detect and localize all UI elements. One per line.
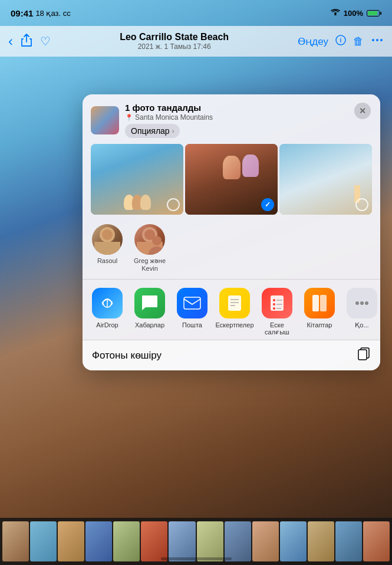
wifi-icon	[331, 8, 340, 18]
app-messages[interactable]: Хабарлар	[131, 288, 169, 329]
person-rasoul-avatar	[92, 224, 123, 255]
mail-label: Пошта	[182, 321, 202, 329]
share-subtitle: 📍 Santa Monica Mountains	[125, 113, 371, 121]
options-button[interactable]: Опциялар ›	[125, 124, 180, 138]
share-sheet: 1 фото тандалды 📍 Santa Monica Mountains…	[83, 94, 380, 370]
more-button[interactable]	[371, 35, 384, 48]
photo-2-check[interactable]	[261, 198, 274, 211]
svg-point-24	[273, 307, 275, 310]
home-indicator	[161, 557, 232, 560]
mail-icon	[177, 288, 207, 318]
close-button[interactable]: ✕	[354, 103, 371, 119]
battery-percentage: 100%	[344, 9, 363, 18]
reminders-label: Еске салғыш	[258, 321, 296, 336]
books-icon	[304, 288, 335, 318]
person-rasoul-name: Rasoul	[97, 257, 117, 264]
more-icon	[347, 288, 377, 318]
svg-point-23	[273, 303, 275, 306]
chevron-right-icon: ›	[172, 127, 174, 134]
battery-icon	[367, 10, 381, 17]
svg-rect-17	[228, 295, 241, 311]
toolbar-right: Өңдеу i 🗑	[298, 35, 384, 48]
toolbar-center: Leo Carrillo State Beach 2021 ж. 1 Тамыз…	[51, 32, 298, 51]
person-rasoul[interactable]: Rasoul	[92, 224, 123, 264]
film-thumb[interactable]	[85, 521, 112, 561]
status-time: 09:41	[11, 8, 33, 18]
status-bar: 09:41 18 қаз. сс 100%	[0, 0, 392, 26]
app-notes[interactable]: Ескертпелер	[216, 288, 253, 329]
svg-point-2	[372, 39, 374, 41]
photo-3-check[interactable]	[355, 198, 368, 211]
picker-photo-3[interactable]	[279, 144, 372, 215]
photo-picker	[83, 144, 380, 221]
svg-point-7	[102, 229, 113, 240]
app-airdrop[interactable]: AirDrop	[88, 288, 126, 329]
people-row: Rasoul Greg және Kevin	[83, 221, 380, 279]
svg-rect-8	[94, 242, 120, 255]
svg-rect-28	[312, 295, 319, 311]
film-thumb[interactable]	[141, 521, 167, 561]
app-reminders[interactable]: Еске салғыш	[258, 288, 296, 336]
film-thumb[interactable]	[197, 521, 223, 561]
svg-point-3	[376, 39, 378, 41]
share-title: 1 фото тандалды	[125, 103, 371, 113]
share-thumbnail	[91, 106, 119, 134]
film-thumb[interactable]	[2, 521, 29, 561]
messages-label: Хабарлар	[135, 321, 164, 329]
more-label: Қо...	[355, 321, 368, 329]
edit-button[interactable]: Өңдеу	[298, 35, 328, 48]
app-mail[interactable]: Пошта	[173, 288, 211, 329]
books-label: Кітаптар	[307, 321, 332, 329]
film-thumb[interactable]	[335, 521, 362, 561]
copy-photo-label: Фотоны көшіру	[92, 349, 162, 362]
svg-rect-29	[320, 295, 327, 311]
svg-rect-34	[358, 350, 367, 360]
notes-icon	[219, 288, 250, 318]
person-greg[interactable]: Greg және Kevin	[132, 224, 167, 272]
picker-photo-1[interactable]	[91, 144, 183, 215]
picker-photo-2[interactable]	[185, 144, 278, 215]
copy-photo-action[interactable]: Фотоны көшіру	[83, 340, 380, 370]
toolbar: ‹ ♡ Leo Carrillo State Beach 2021 ж. 1 Т…	[0, 26, 392, 57]
film-thumb[interactable]	[252, 521, 279, 561]
app-more[interactable]: Қо...	[343, 288, 380, 329]
copy-icon	[358, 347, 371, 363]
location-icon: 📍	[125, 114, 133, 121]
favorite-button[interactable]: ♡	[40, 34, 51, 48]
svg-rect-16	[184, 297, 200, 309]
share-title-area: 1 фото тандалды 📍 Santa Monica Mountains…	[125, 103, 371, 138]
share-button[interactable]	[21, 34, 32, 50]
reminders-icon	[262, 288, 292, 318]
svg-point-30	[355, 301, 359, 305]
person-greg-name: Greg және Kevin	[132, 257, 167, 272]
film-thumb[interactable]	[363, 521, 390, 561]
svg-point-22	[273, 299, 275, 301]
svg-text:i: i	[340, 37, 342, 44]
airdrop-label: AirDrop	[96, 321, 118, 329]
delete-button[interactable]: 🗑	[353, 35, 364, 48]
film-thumb[interactable]	[280, 521, 307, 561]
apps-row: AirDrop Хабарлар Пошта	[83, 280, 380, 340]
film-thumb[interactable]	[30, 521, 57, 561]
share-header: 1 фото тандалды 📍 Santa Monica Mountains…	[83, 94, 380, 144]
photo-1-check[interactable]	[167, 198, 180, 211]
app-books[interactable]: Кітаптар	[301, 288, 338, 329]
film-thumb[interactable]	[58, 521, 84, 561]
back-button[interactable]: ‹	[8, 33, 13, 50]
film-thumb[interactable]	[308, 521, 334, 561]
person-greg-avatar	[134, 224, 165, 255]
film-thumb[interactable]	[225, 521, 251, 561]
notes-label: Ескертпелер	[215, 321, 253, 329]
svg-point-4	[380, 39, 383, 41]
toolbar-left: ‹ ♡	[8, 33, 51, 50]
status-date: 18 қаз. сс	[35, 9, 70, 18]
film-thumb[interactable]	[113, 521, 140, 561]
svg-point-14	[152, 236, 162, 245]
svg-point-32	[365, 301, 368, 305]
photo-subtitle: 2021 ж. 1 Тамыз 17:46	[51, 42, 298, 51]
photo-title: Leo Carrillo State Beach	[51, 32, 298, 42]
status-icons: 100%	[331, 8, 381, 18]
info-button[interactable]: i	[335, 35, 346, 48]
airdrop-icon	[92, 288, 123, 318]
film-thumb[interactable]	[169, 521, 195, 561]
